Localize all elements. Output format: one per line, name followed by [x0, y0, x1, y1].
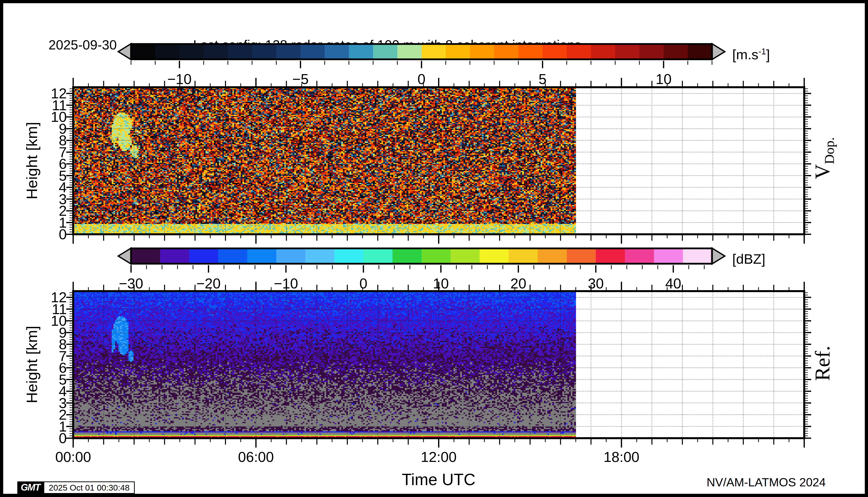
- doppler_velocity-colorbar-tick-label: 5: [516, 71, 570, 87]
- timestamp-text: 2025 Oct 01 00:30:48: [49, 483, 129, 492]
- time-tick-label: 06:00: [226, 449, 285, 465]
- velocity-unit-sup: -1: [758, 47, 766, 56]
- reflectivity-colorbar-tick-label: 0: [336, 275, 391, 292]
- x-axis-title: Time UTC: [402, 470, 475, 489]
- gmt-logo-text: GMT: [21, 482, 40, 493]
- reflectivity-colorbar-tick-label: −20: [181, 275, 236, 292]
- date-label: 2025-09-30: [48, 37, 117, 52]
- reflectivity-colorbar-tick-label: −10: [259, 275, 313, 292]
- velocity-unit-prefix: [m.s: [732, 47, 758, 62]
- doppler_velocity-colorbar-tick-label: 10: [636, 71, 691, 87]
- timestamp-box: 2025 Oct 01 00:30:48: [43, 481, 135, 494]
- reflectivity-colorbar-tick-label: −30: [104, 275, 158, 292]
- doppler_velocity-y-tick-label: 12: [25, 85, 67, 102]
- reflectivity-heatmap: [62, 280, 815, 449]
- velocity-unit-suffix: ]: [766, 47, 770, 62]
- reflectivity-y-tick-label: 12: [25, 289, 67, 306]
- velocity-heatmap: [62, 76, 815, 245]
- reflectivity-panel-label: Ref.: [810, 346, 837, 381]
- reflectivity-panel-label-main: Ref.: [811, 346, 834, 381]
- time-tick-label: 00:00: [43, 449, 103, 465]
- doppler_velocity-colorbar-tick-label: −10: [152, 71, 207, 87]
- velocity-panel-label-main: V: [811, 164, 834, 179]
- reflectivity-colorbar-tick-label: 20: [491, 275, 546, 292]
- credit-label: NV/AM-LATMOS 2024: [706, 475, 826, 489]
- reflectivity-colorbar-tick-label: 10: [414, 275, 468, 292]
- doppler_velocity-colorbar-tick-label: −5: [273, 71, 327, 87]
- time-tick-label: 12:00: [409, 449, 468, 465]
- reflectivity-colorbar-unit: [dBZ]: [732, 248, 766, 267]
- gmt-logo: GMT: [17, 481, 43, 494]
- doppler_velocity-colorbar-tick-label: 0: [394, 71, 449, 87]
- velocity-colorbar-unit: [m.s-1]: [732, 43, 770, 62]
- reflectivity-colorbar-tick-label: 40: [646, 275, 700, 292]
- velocity-panel-label: VDop.: [810, 137, 837, 179]
- radar-quicklook-figure: 2025-09-30 Last config: 128 radar gates …: [0, 0, 868, 497]
- velocity-panel-label-sub: Dop.: [822, 137, 837, 164]
- time-tick-label: 18:00: [592, 449, 651, 465]
- reflectivity-unit-prefix: [dBZ]: [732, 251, 766, 267]
- reflectivity-colorbar-tick-label: 30: [569, 275, 623, 292]
